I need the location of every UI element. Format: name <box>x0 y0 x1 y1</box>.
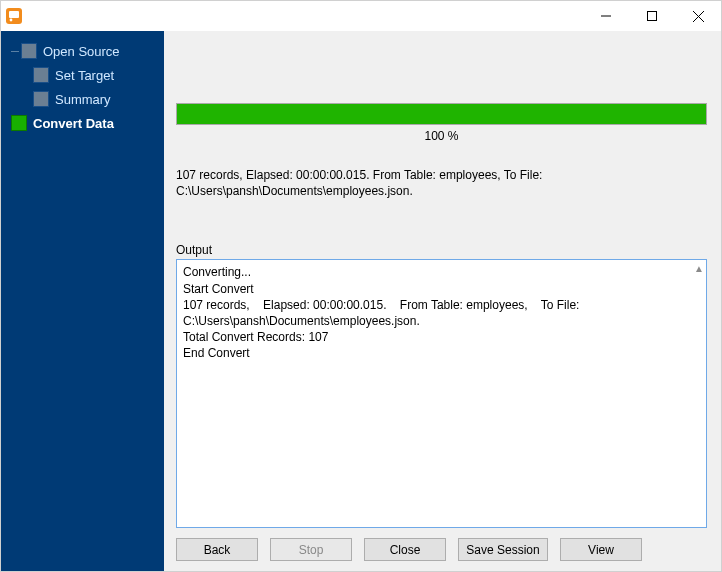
step-box-icon <box>21 43 37 59</box>
maximize-button[interactable] <box>629 1 675 31</box>
status-text: 107 records, Elapsed: 00:00:00.015. From… <box>176 167 707 199</box>
titlebar <box>1 1 721 31</box>
output-text: Converting... Start Convert 107 records,… <box>183 265 583 360</box>
app-icon <box>5 7 23 25</box>
stop-button[interactable]: Stop <box>270 538 352 561</box>
svg-rect-1 <box>9 11 19 18</box>
main-panel: 100 % 107 records, Elapsed: 00:00:00.015… <box>164 31 721 571</box>
step-box-icon <box>33 91 49 107</box>
sidebar-item-label: Set Target <box>55 68 114 83</box>
app-window: Open Source Set Target Summa <box>0 0 722 572</box>
save-session-button[interactable]: Save Session <box>458 538 548 561</box>
svg-point-2 <box>10 19 13 22</box>
scroll-up-icon: ▲ <box>694 262 704 276</box>
sidebar-item-convert-data[interactable]: Convert Data <box>1 111 164 135</box>
step-box-icon <box>11 115 27 131</box>
output-textarea[interactable]: ▲Converting... Start Convert 107 records… <box>176 259 707 528</box>
body: Open Source Set Target Summa <box>1 31 721 571</box>
progress-area: 100 % <box>176 103 707 143</box>
button-row: Back Stop Close Save Session View <box>176 528 707 561</box>
close-window-button[interactable] <box>675 1 721 31</box>
progress-bar <box>176 103 707 125</box>
sidebar-item-label: Convert Data <box>33 116 114 131</box>
sidebar-item-label: Summary <box>55 92 111 107</box>
back-button[interactable]: Back <box>176 538 258 561</box>
window-controls <box>583 1 721 31</box>
output-section: Output ▲Converting... Start Convert 107 … <box>176 243 707 528</box>
close-button[interactable]: Close <box>364 538 446 561</box>
progress-percent-label: 100 % <box>176 129 707 143</box>
sidebar-item-summary[interactable]: Summary <box>1 87 164 111</box>
sidebar-item-label: Open Source <box>43 44 120 59</box>
view-button[interactable]: View <box>560 538 642 561</box>
output-label: Output <box>176 243 707 257</box>
sidebar-item-set-target[interactable]: Set Target <box>1 63 164 87</box>
tree-connector-icon <box>11 51 19 52</box>
minimize-button[interactable] <box>583 1 629 31</box>
sidebar-item-open-source[interactable]: Open Source <box>1 39 164 63</box>
step-box-icon <box>33 67 49 83</box>
progress-fill <box>177 104 706 124</box>
wizard-sidebar: Open Source Set Target Summa <box>1 31 164 571</box>
titlebar-left <box>5 7 29 25</box>
svg-rect-4 <box>648 12 657 21</box>
